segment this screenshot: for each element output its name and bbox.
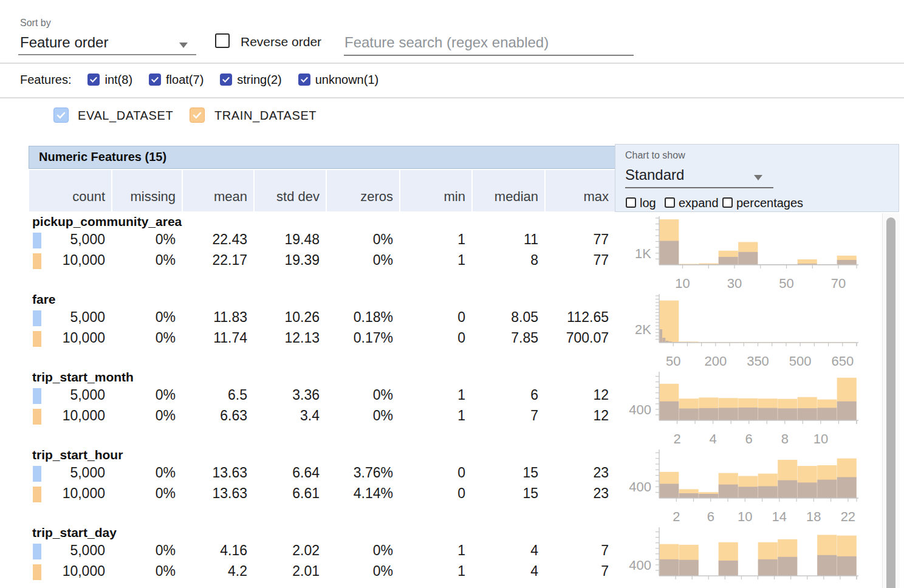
feature-name: trip_start_month [32,370,134,385]
stat-value: 12 [546,387,609,403]
column-header-mean[interactable]: mean [183,170,253,211]
feature-filter-checkbox[interactable] [149,74,161,86]
stat-value: 6 [473,387,538,403]
stat-value: 7 [473,408,538,424]
chart-type-underline [625,187,773,188]
feature-filter-string[interactable]: string(2) [220,73,281,87]
column-header-std-dev[interactable]: std dev [255,170,326,211]
stat-value: 77 [546,231,609,248]
sort-by-underline [18,54,196,55]
histogram-trip_start_day: 400 [620,525,890,588]
sort-by-select[interactable]: Feature order [20,34,108,51]
stat-value: 0 [401,330,465,346]
feature-filter-checkbox[interactable] [87,74,100,86]
stat-value: 8.05 [473,309,538,326]
stat-value: 0% [113,542,176,559]
svg-text:2: 2 [673,431,680,446]
stat-value: 12 [546,408,609,424]
sort-by-label: Sort by [20,18,51,29]
feature-filter-float[interactable]: float(7) [149,73,204,87]
stat-value: 0% [113,231,176,248]
svg-text:10: 10 [813,431,828,446]
sort-dropdown-arrow-icon[interactable] [179,43,188,48]
feature-name: pickup_community_area [32,214,182,229]
stat-value: 0 [401,485,465,502]
svg-text:650: 650 [831,354,854,369]
column-header-zeros[interactable]: zeros [327,170,399,211]
feature-filter-int[interactable]: int(8) [87,73,132,87]
svg-text:200: 200 [704,354,727,369]
histogram-trip_start_month: 400246810 [620,369,890,447]
stat-value: 0% [113,485,176,502]
table-title: Numeric Features (15) [29,146,615,169]
stat-value: 4 [473,542,538,559]
stat-value: 1 [401,542,465,559]
svg-text:10: 10 [738,509,752,524]
chart-type-dropdown-arrow-icon[interactable] [754,175,762,180]
chart-scrollbar-thumb[interactable] [886,217,895,588]
dataset-label: EVAL_DATASET [78,109,173,123]
stat-value: 23 [546,465,609,481]
chart-type-select[interactable]: Standard [625,166,684,183]
feature-filter-checkbox[interactable] [220,74,232,86]
svg-text:4: 4 [710,431,717,446]
chart-option-checkbox-percentages[interactable] [722,197,733,208]
feature-filter-checkbox[interactable] [298,74,310,86]
reverse-order-checkbox[interactable] [215,33,230,48]
features-filter-label: Features: [20,73,71,87]
svg-text:18: 18 [806,509,821,524]
feature-filter-unknown[interactable]: unknown(1) [298,73,379,87]
stat-value: 6.61 [255,485,320,502]
column-header-missing[interactable]: missing [112,170,182,211]
stat-value: 1 [401,387,465,403]
svg-text:22: 22 [841,509,855,524]
stat-value: 22.43 [183,231,247,248]
feature-filter-label: int(8) [104,73,132,87]
stat-value: 5,000 [30,231,105,248]
histogram-trip_start_hour: 4002610141822 [620,447,890,525]
stat-value: 4.14% [327,485,393,502]
stat-value: 7.85 [473,330,538,346]
svg-text:2: 2 [673,509,680,524]
search-input[interactable]: Feature search (regex enabled) [344,34,549,51]
chart-option-label: percentages [736,196,803,210]
divider-top [0,63,904,64]
stat-value: 4.2 [183,563,247,579]
column-header-max[interactable]: max [546,170,615,211]
stat-value: 13.63 [183,485,247,502]
stat-value: 0% [327,231,393,248]
stat-value: 6.5 [183,387,247,403]
chart-option-checkbox-log[interactable] [626,197,636,208]
svg-text:500: 500 [789,354,812,369]
feature-filter-label: float(7) [166,73,204,87]
stat-value: 10,000 [30,485,105,502]
svg-text:400: 400 [629,402,651,417]
stat-value: 0% [327,252,393,268]
stat-value: 0% [113,252,176,268]
stat-value: 7 [546,542,609,559]
feature-name: trip_start_day [32,525,117,540]
stat-value: 19.39 [255,252,320,268]
stat-value: 0% [327,387,393,403]
histogram-pickup_community_area: 1K10305070 [620,214,890,292]
column-header-count[interactable]: count [29,170,111,211]
svg-text:2K: 2K [635,322,651,337]
svg-text:350: 350 [747,354,769,369]
dataset-checkbox-eval_dataset[interactable] [53,108,69,123]
stat-value: 0 [401,465,465,481]
stat-value: 0% [113,408,176,424]
chart-option-checkbox-expand[interactable] [665,197,675,208]
stat-value: 5,000 [30,465,105,481]
stat-value: 19.48 [255,231,320,248]
stat-value: 1 [401,563,465,579]
stat-value: 1 [401,408,465,424]
stat-value: 4.16 [183,542,247,559]
stat-value: 12.13 [255,330,320,346]
histogram-fare: 2K50200350500650 [620,292,890,369]
column-header-median[interactable]: median [473,170,544,211]
stat-value: 0% [113,563,176,579]
dataset-checkbox-train_dataset[interactable] [190,108,205,123]
feature-filter-label: string(2) [237,73,281,87]
feature-filter-label: unknown(1) [315,73,379,87]
column-header-min[interactable]: min [400,170,471,211]
